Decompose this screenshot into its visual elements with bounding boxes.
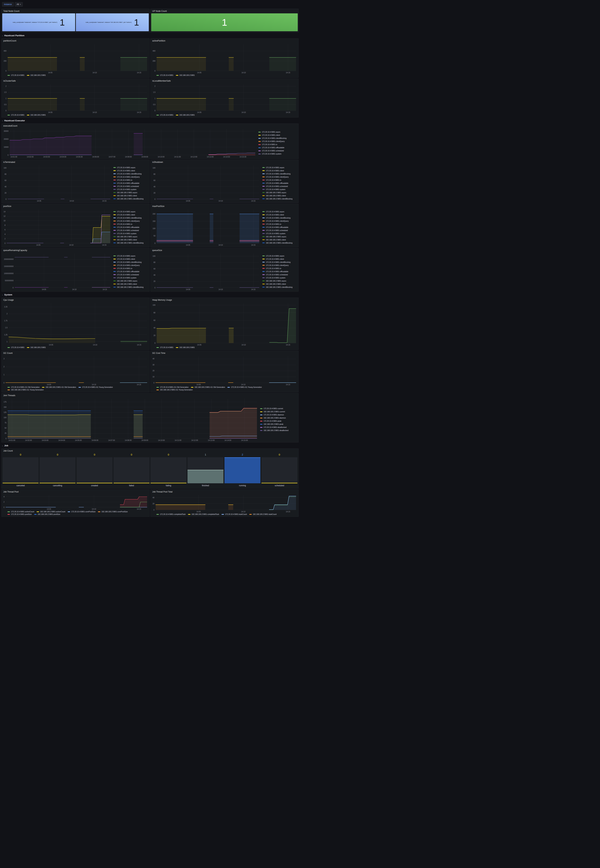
legend-item[interactable]: 172.20.10.4:5801-offloadable — [262, 226, 297, 228]
variable-instance-label[interactable]: instance — [2, 2, 14, 7]
section-system[interactable]: ⌄ System — [2, 292, 298, 297]
legend-item[interactable]: 192.168.100.2:5801-G1 Old Generation — [42, 386, 76, 388]
legend-item[interactable]: 172.20.10.4:5801-clientBlocking — [114, 173, 148, 175]
legend-item[interactable]: 192.168.100.2:5801-clientBlocking — [114, 286, 148, 288]
legend-item[interactable]: 172.20.10.4:5801-offloadable — [258, 147, 297, 148]
legend-item[interactable]: 172.20.10.4:5801-clientQuery — [262, 220, 297, 222]
legend-item[interactable]: 192.168.100.2:5801-corePoolSize — [98, 511, 127, 513]
legend-item[interactable]: 192.168.100.2:5801 — [27, 114, 46, 116]
legend-item[interactable]: 192.168.100.2:5801-taskCount — [249, 514, 277, 515]
legend-item[interactable]: 172.20.10.4:5801-client — [258, 134, 297, 136]
legend-item[interactable]: 192.168.100.2:5801-daemon — [260, 417, 297, 419]
partitionCount-chart[interactable]: 020040014:0514:1014:15 — [3, 43, 148, 74]
legend-item[interactable]: 172.20.10.4:5801-io — [262, 268, 297, 270]
legend-item[interactable]: 172.20.10.4:5801-async — [258, 131, 297, 133]
jobThreadPoolTotal-chart[interactable]: 0204014:0514:1014:15 — [152, 494, 297, 513]
jvmThreads-chart[interactable]: 025507510012515017514:01:0014:02:0014:03… — [3, 397, 258, 442]
cpuUsage-chart[interactable]: 11.251.51.7522.2514:0514:1014:15 — [3, 302, 148, 346]
legend-item[interactable]: 172.20.10.4:5801-scheduled — [258, 150, 297, 152]
legend-item[interactable]: 172.20.10.4:5801-async — [114, 167, 148, 168]
legend-item[interactable]: 172.20.10.4:5801-taskCount — [221, 514, 247, 515]
legend-item[interactable]: 172.20.10.4:5801-io — [262, 223, 297, 225]
legend-item[interactable]: 172.20.10.4:5801 — [8, 114, 24, 116]
legend-item[interactable]: 172.20.10.4:5801-clientBlocking — [262, 217, 297, 219]
legend-item[interactable]: 172.20.10.4:5801-clientQuery — [114, 176, 148, 178]
legend-item[interactable]: 172.20.10.4:5801-G1 Young Generation — [227, 386, 262, 388]
legend-item[interactable]: 172.20.10.4:5801-G1 Old Generation — [8, 386, 39, 388]
legend-item[interactable]: 172.20.10.4:5801-system — [114, 233, 148, 235]
legend-item[interactable]: 192.168.100.2:5801 — [176, 74, 195, 76]
legend-item[interactable]: 172.20.10.4:5801-deadlocked — [260, 426, 297, 428]
legend-item[interactable]: 172.20.10.4:5801-async — [114, 255, 148, 257]
legend-item[interactable]: 192.168.100.2:5801-async — [262, 192, 297, 194]
legend-item[interactable]: 172.20.10.4:5801-clientQuery — [114, 220, 148, 222]
legend-item[interactable]: 172.20.10.4:5801-current — [260, 407, 297, 409]
legend-item[interactable]: 192.168.100.2:5801 — [27, 347, 46, 348]
jobThreadPool-chart[interactable]: 02414:0514:1014:15 — [3, 494, 148, 510]
legend-item[interactable]: 172.20.10.4:5801-poolSize — [8, 514, 32, 515]
poolSize-chart[interactable]: 0246810121414:0514:1014:15 — [3, 208, 112, 246]
legend-item[interactable]: 192.168.100.2:5801-async — [114, 280, 148, 282]
legend-item[interactable]: 172.20.10.4:5801 — [156, 114, 173, 116]
legend-item[interactable]: 172.20.10.4:5801-clientQuery — [258, 141, 297, 142]
heapMemoryUsage-chart[interactable]: 02040608010014:0514:1014:15 — [152, 302, 297, 346]
legend-item[interactable]: 172.20.10.4:5801-clientBlocking — [114, 261, 148, 263]
legend-item[interactable]: 192.168.100.2:5801-client — [262, 239, 297, 241]
queueSize-chart[interactable]: 02040608010014:0514:1014:15 — [152, 252, 261, 291]
legend-item[interactable]: 172.20.10.4:5801-G1 Young Generation — [79, 386, 113, 388]
legend-item[interactable]: 192.168.100.2:5801-clientBlocking — [262, 286, 297, 288]
legend-item[interactable]: 192.168.100.2:5801-async — [262, 280, 297, 282]
legend-item[interactable]: 172.20.10.4:5801-daemon — [260, 414, 297, 416]
legend-item[interactable]: 172.20.10.4:5801-client — [114, 214, 148, 216]
legend-item[interactable]: 192.168.100.2:5801-clientBlocking — [262, 242, 297, 244]
legend-item[interactable]: 192.168.100.2:5801-clientBlocking — [262, 198, 297, 200]
legend-item[interactable]: 192.168.100.2:5801-clientBlocking — [114, 198, 148, 200]
legend-item[interactable]: 172.20.10.4:5801-scheduled — [114, 229, 148, 232]
legend-item[interactable]: 172.20.10.4:5801-system — [114, 277, 148, 279]
legend-item[interactable]: 172.20.10.4:5801-system — [262, 189, 297, 191]
legend-item[interactable]: 172.20.10.4:5801-io — [114, 179, 148, 181]
legend-item[interactable]: 172.20.10.4:5801 — [156, 74, 173, 76]
legend-item[interactable]: 192.168.100.2:5801-G1 Young Generation — [8, 389, 44, 391]
legend-item[interactable]: 172.20.10.4:5801-client — [114, 170, 148, 172]
legend-item[interactable]: 192.168.100.2:5801-activeCount — [36, 511, 65, 513]
legend-item[interactable]: 172.20.10.4:5801-io — [262, 179, 297, 181]
legend-item[interactable]: 192.168.100.2:5801-async — [114, 192, 148, 194]
legend-item[interactable]: 192.168.100.2:5801-G1 Old Generation — [191, 386, 225, 388]
section-job[interactable]: ⌄ Job — [2, 443, 298, 448]
legend-item[interactable]: 172.20.10.4:5801-clientQuery — [262, 264, 297, 266]
legend-item[interactable]: 172.20.10.4:5801-clientBlocking — [114, 217, 148, 219]
legend-item[interactable]: 192.168.100.2:5801-completedTask — [188, 514, 219, 515]
legend-item[interactable]: 172.20.10.4:5801-client — [262, 214, 297, 216]
isShutdown-chart[interactable]: 02040608010014:0514:1014:15 — [152, 164, 261, 202]
legend-item[interactable]: 172.20.10.4:5801 — [8, 347, 24, 348]
legend-item[interactable]: 192.168.100.2:5801-client — [262, 283, 297, 285]
isClusterSafe-chart[interactable]: 00.511.5214:0514:1014:15 — [3, 83, 148, 114]
legend-item[interactable]: 172.20.10.4:5801-offloadable — [262, 271, 297, 273]
legend-item[interactable]: 192.168.100.2:5801-poolSize — [34, 514, 61, 515]
legend-item[interactable]: 172.20.10.4:5801-clientBlocking — [262, 173, 297, 175]
section-hazelcast-executor[interactable]: ⌄ Hazelcast Executor — [2, 118, 298, 123]
legend-item[interactable]: 172.20.10.4:5801-offloadable — [114, 271, 148, 273]
legend-item[interactable]: 172.20.10.4:5801-io — [114, 223, 148, 225]
legend-item[interactable]: 172.20.10.4:5801-system — [262, 233, 297, 235]
legend-item[interactable]: 192.168.100.2:5801-peak — [260, 423, 297, 425]
legend-item[interactable]: 172.20.10.4:5801 — [156, 347, 173, 348]
legend-item[interactable]: 192.168.100.2:5801 — [27, 74, 46, 76]
legend-item[interactable]: 172.20.10.4:5801-scheduled — [114, 185, 148, 187]
legend-item[interactable]: 172.20.10.4:5801-scheduled — [262, 274, 297, 276]
legend-item[interactable]: 172.20.10.4:5801-offloadable — [262, 182, 297, 184]
legend-item[interactable]: 192.168.100.2:5801-deadlocked — [260, 429, 297, 432]
legend-item[interactable]: 172.20.10.4:5801-clientBlocking — [258, 137, 297, 139]
legend-item[interactable]: 172.20.10.4:5801-offloadable — [114, 182, 148, 184]
legend-item[interactable]: 192.168.100.2:5801-client — [262, 195, 297, 197]
maxPoolSize-chart[interactable]: 05010015020014:0514:1014:15 — [152, 208, 261, 246]
legend-item[interactable]: 172.20.10.4:5801-system — [262, 277, 297, 279]
legend-item[interactable]: 192.168.100.2:5801-async — [114, 236, 148, 238]
legend-item[interactable]: 172.20.10.4:5801-async — [262, 211, 297, 213]
legend-item[interactable]: 172.20.10.4:5801 — [8, 74, 24, 76]
legend-item[interactable]: 192.168.100.2:5801-current — [260, 411, 297, 413]
variable-instance-value-dropdown[interactable]: All ▾ — [15, 2, 23, 7]
legend-item[interactable]: 192.168.100.2:5801-async — [262, 236, 297, 238]
legend-item[interactable]: 172.20.10.4:5801-scheduled — [114, 274, 148, 276]
